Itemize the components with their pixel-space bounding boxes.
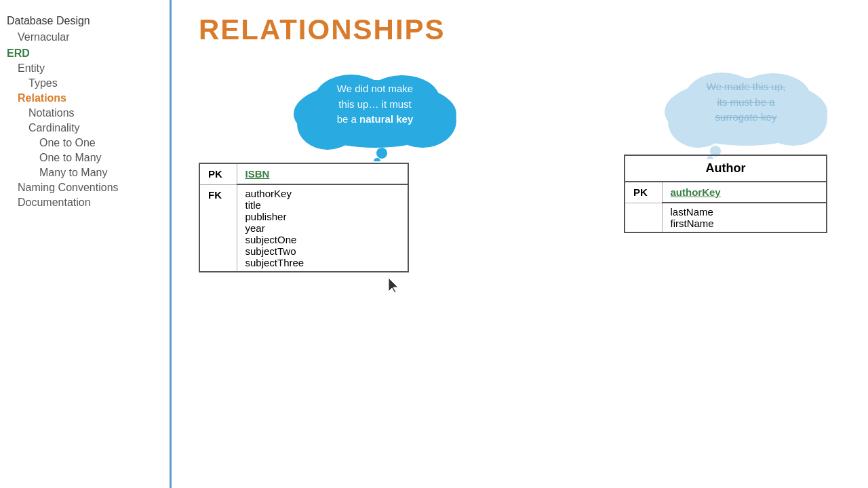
sidebar: Database Design Vernacular ERD Entity Ty… bbox=[0, 0, 172, 488]
left-table: PK ISBN FK authorKey title publisher yea… bbox=[199, 163, 409, 272]
sidebar-item-vernacular[interactable]: Vernacular bbox=[7, 30, 170, 45]
right-table-pk-row: PK authorKey bbox=[625, 182, 827, 203]
right-pk-value: authorKey bbox=[662, 182, 827, 203]
right-table-title-row: Author bbox=[625, 155, 827, 182]
sidebar-item-one-to-many[interactable]: One to Many bbox=[7, 150, 170, 165]
main-content: RELATIONSHIPS We did not makethis up… it… bbox=[172, 0, 868, 488]
sidebar-item-documentation[interactable]: Documentation bbox=[7, 195, 170, 210]
field-year: year bbox=[245, 222, 400, 234]
field-publisher: publisher bbox=[245, 211, 400, 222]
field-title: title bbox=[245, 199, 400, 211]
cursor-icon bbox=[389, 278, 402, 294]
right-fields: lastName firstName bbox=[662, 203, 827, 232]
left-fields: authorKey title publisher year subjectOn… bbox=[237, 184, 408, 272]
right-table: Author PK authorKey lastName firstName bbox=[624, 155, 827, 233]
sidebar-item-one-to-one[interactable]: One to One bbox=[7, 136, 170, 150]
right-table-container: Author PK authorKey lastName firstName bbox=[624, 155, 827, 233]
left-table-container: PK ISBN FK authorKey title publisher yea… bbox=[199, 163, 409, 272]
thought-bubble-right: We made this up,its must be asurrogate k… bbox=[648, 71, 841, 162]
svg-point-5 bbox=[376, 148, 387, 159]
field-subjectThree: subjectThree bbox=[245, 257, 400, 268]
sidebar-item-notations[interactable]: Notations bbox=[7, 106, 170, 121]
right-pk-label: PK bbox=[625, 182, 662, 203]
page-title: RELATIONSHIPS bbox=[199, 14, 841, 46]
sidebar-item-types[interactable]: Types bbox=[7, 76, 170, 91]
svg-marker-14 bbox=[389, 278, 398, 293]
field-firstName: firstName bbox=[671, 218, 818, 229]
sidebar-item-naming-conventions[interactable]: Naming Conventions bbox=[7, 180, 170, 195]
left-table-pk-row: PK ISBN bbox=[199, 163, 408, 184]
sidebar-item-many-to-many[interactable]: Many to Many bbox=[7, 165, 170, 180]
left-table-fields-row: FK authorKey title publisher year subjec… bbox=[199, 184, 408, 272]
field-lastName: lastName bbox=[671, 206, 818, 218]
sidebar-item-relations[interactable]: Relations bbox=[7, 91, 170, 106]
right-table-title: Author bbox=[625, 155, 827, 182]
sidebar-item-entity[interactable]: Entity bbox=[7, 61, 170, 76]
left-pk-value: ISBN bbox=[237, 163, 408, 184]
field-authorKey: authorKey bbox=[245, 188, 400, 199]
thought-right-text: We made this up,its must be asurrogate k… bbox=[668, 79, 824, 125]
thought-left-text: We did not makethis up… it mustbe a natu… bbox=[297, 81, 453, 127]
left-pk-label: PK bbox=[199, 163, 237, 184]
sidebar-item-cardinality[interactable]: Cardinality bbox=[7, 121, 170, 136]
right-table-fields-row: lastName firstName bbox=[625, 203, 827, 232]
cursor bbox=[389, 278, 402, 297]
thought-bubble-left: We did not makethis up… it mustbe a natu… bbox=[277, 73, 473, 164]
svg-point-6 bbox=[374, 158, 380, 161]
sidebar-item-erd[interactable]: ERD bbox=[7, 46, 170, 61]
right-empty-col bbox=[625, 203, 662, 232]
left-fk-label: FK bbox=[199, 184, 237, 272]
field-subjectTwo: subjectTwo bbox=[245, 245, 400, 257]
field-subjectOne: subjectOne bbox=[245, 234, 400, 245]
sidebar-item-database-design[interactable]: Database Design bbox=[7, 14, 170, 30]
